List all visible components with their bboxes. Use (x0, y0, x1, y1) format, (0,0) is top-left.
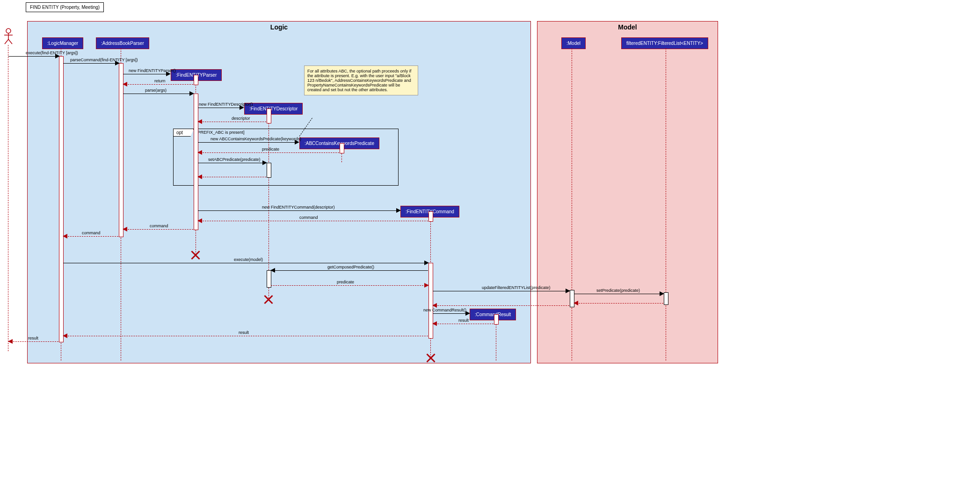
svg-marker-26 (432, 303, 437, 308)
arrow-return-parser (123, 84, 193, 85)
svg-marker-23 (566, 289, 570, 293)
svg-point-0 (6, 29, 11, 33)
svg-marker-16 (396, 208, 401, 213)
svg-marker-15 (197, 174, 202, 179)
lifeline-model (572, 48, 572, 361)
logic-frame-title: Logic (270, 23, 288, 31)
arrow-result3 (8, 341, 58, 342)
msg-exec-model: execute(model) (234, 257, 263, 262)
arrow-exec-model (63, 263, 428, 263)
opt-guard: [PREFIX_ABC is present] (196, 130, 245, 135)
msg-pred-return: predicate (262, 147, 279, 152)
participant-model: :Model (561, 37, 586, 49)
arrow-setpred-return (198, 177, 266, 177)
svg-marker-17 (197, 218, 202, 223)
arrow-execute (8, 56, 59, 57)
diagram-title: FIND ENTITY (Property, Meeting) (26, 2, 104, 12)
participant-logic-manager: :LogicManager (42, 37, 83, 49)
act-parser1 (194, 75, 198, 85)
msg-newpred: new ABCContainsKeywordsPredicate(keyword… (211, 137, 301, 141)
svg-marker-13 (197, 150, 202, 155)
msg-newparser: new FindENTITYParser() (129, 68, 176, 73)
msg-newresult: new CommandResult() (423, 308, 466, 312)
act-filtered (664, 292, 668, 305)
actor-icon (3, 28, 14, 45)
act-desc1 (267, 108, 271, 123)
svg-marker-11 (197, 119, 202, 124)
arrow-newcmd (198, 210, 400, 211)
act-desc2 (267, 163, 271, 178)
msg-cmd-return3: command (82, 231, 101, 235)
participant-address-book-parser: :AddressBookParser (96, 37, 149, 49)
msg-execute: execute(find-ENTITY [args]) (26, 51, 78, 55)
lifeline-filtered (666, 48, 666, 361)
arrow-newparser (123, 74, 170, 74)
destroy-descriptor (264, 295, 273, 304)
svg-marker-28 (432, 321, 437, 326)
msg-newcmd: new FindENTITYCommand(descriptor) (262, 205, 335, 210)
opt-label: opt (174, 129, 194, 137)
lifeline-result (496, 319, 496, 361)
arrow-setpred (198, 163, 266, 163)
arrow-updatefilt (433, 291, 569, 291)
arrow-predreturn2 (271, 285, 428, 286)
participant-command-result: :CommandResult (470, 309, 516, 320)
participant-descriptor: :FindENTITYDescriptor (244, 103, 303, 115)
msg-newdesc: new FindENTITYDescriptor() (199, 102, 253, 107)
svg-marker-8 (123, 82, 127, 87)
act-result (494, 314, 499, 325)
act-abc (340, 143, 344, 153)
act-cmd1 (428, 211, 433, 222)
act-parser2 (194, 94, 198, 230)
arrow-parsecommand (63, 63, 119, 64)
svg-marker-24 (660, 291, 664, 296)
svg-marker-21 (270, 268, 275, 273)
msg-predreturn2: predicate (337, 280, 354, 284)
arrow-setpredmodel (574, 294, 663, 294)
msg-cmd-return2: command (150, 224, 168, 228)
msg-setpredmodel: setPredicate(predicate) (596, 288, 640, 293)
act-cmd2 (428, 263, 433, 339)
arrow-pred-return (198, 152, 339, 153)
msg-parsecommand: parseCommand(find-ENTITY [args]) (70, 58, 138, 62)
svg-line-4 (8, 39, 12, 44)
destroy-parser (191, 250, 200, 260)
sequence-diagram: FIND ENTITY (Property, Meeting) Logic Mo… (0, 0, 720, 367)
arrow-getcomposed (271, 270, 428, 271)
svg-marker-25 (573, 301, 578, 305)
svg-marker-9 (189, 91, 194, 96)
arrow-parse (123, 94, 193, 94)
svg-marker-20 (424, 260, 429, 265)
arrow-cmd-return3 (63, 236, 118, 237)
arrow-newresult (433, 313, 469, 314)
act-lm (59, 56, 64, 342)
msg-parse: parse(args) (145, 88, 167, 93)
msg-result3: result (28, 336, 38, 340)
arrow-cmd-return2 (123, 229, 193, 230)
msg-setpred: setABCPredicate(predicate) (208, 157, 261, 162)
msg-result1: result (458, 318, 469, 323)
msg-result2: result (239, 330, 249, 335)
model-frame: Model (537, 21, 718, 363)
svg-marker-18 (123, 227, 127, 231)
participant-filtered-entity: filteredENTITY:FilteredList<ENTITY> (621, 37, 708, 49)
arrow-newdesc (198, 108, 243, 108)
arrow-desc-return (198, 122, 266, 122)
arrow-updatefilt-back (433, 305, 569, 306)
arrow-newpred (198, 142, 298, 143)
svg-marker-19 (63, 234, 67, 239)
svg-marker-14 (262, 160, 267, 165)
msg-return-parser: return (154, 79, 166, 83)
model-frame-title: Model (618, 23, 637, 31)
act-abp (119, 63, 123, 237)
msg-updatefilt: updateFilteredENTITYList(predicate) (482, 285, 551, 290)
svg-marker-22 (424, 283, 429, 288)
arrow-result2 (63, 336, 428, 336)
msg-getcomposed: getComposedPredicate() (327, 265, 374, 269)
actor-lifeline (8, 45, 8, 351)
destroy-command (426, 353, 436, 362)
svg-marker-29 (63, 333, 67, 338)
note: For all attributes ABC, the optional pat… (304, 65, 418, 95)
msg-cmd-return1: command (299, 215, 318, 220)
svg-marker-30 (8, 339, 13, 344)
